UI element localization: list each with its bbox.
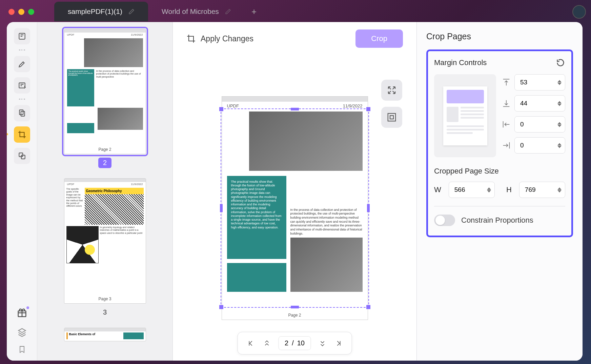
margin-left-icon — [502, 120, 511, 129]
expand-button[interactable] — [381, 80, 402, 101]
window-controls — [8, 9, 34, 15]
reset-icon[interactable] — [556, 58, 565, 67]
page-input[interactable]: 2 / 10 — [278, 336, 311, 350]
last-page-button[interactable] — [334, 339, 344, 348]
edit-tool[interactable] — [14, 77, 30, 94]
pages-tool[interactable] — [14, 105, 30, 121]
canvas-area: Apply Changes Crop UPDF 11/9/2022 The pr… — [173, 22, 416, 361]
crop-icon — [186, 34, 196, 43]
layers-icon[interactable] — [17, 327, 27, 337]
highlighter-tool[interactable] — [14, 56, 30, 72]
margin-top-input[interactable] — [514, 74, 565, 90]
fit-button[interactable] — [381, 107, 402, 128]
bookmark-icon[interactable] — [18, 344, 26, 355]
pencil-icon[interactable] — [128, 8, 135, 15]
svg-rect-4 — [19, 153, 23, 157]
user-avatar[interactable] — [572, 5, 586, 19]
svg-rect-2 — [19, 110, 23, 115]
first-page-button[interactable] — [246, 339, 255, 348]
svg-rect-1 — [19, 83, 25, 88]
width-input[interactable] — [449, 182, 495, 198]
margin-right-input[interactable] — [514, 137, 565, 154]
thumbnail-page-2[interactable]: UPDF11/9/2022 The practical results show… — [64, 29, 146, 154]
gift-tool[interactable] — [16, 307, 28, 320]
main-window: UPDF11/9/2022 The practical results show… — [7, 22, 583, 361]
thumbnail-page-3[interactable]: UPDF11/9/2022 The specific goals of the … — [64, 178, 146, 304]
crop-frame[interactable] — [221, 108, 369, 308]
prev-page-button[interactable] — [262, 339, 271, 348]
constrain-label: Constrain Proportions — [461, 216, 533, 225]
tool-sidebar — [7, 22, 37, 361]
width-label: W — [434, 185, 441, 194]
window-close[interactable] — [8, 9, 15, 15]
tab-add[interactable]: + — [251, 6, 257, 17]
margin-top-icon — [502, 78, 511, 87]
page-header-text: UPDF — [227, 103, 239, 108]
page-date-text: 11/9/2022 — [343, 103, 363, 108]
margin-preview — [434, 74, 496, 157]
next-page-button[interactable] — [318, 339, 327, 348]
tab-inactive[interactable]: World of Microbes — [148, 2, 245, 21]
crop-button[interactable]: Crop — [355, 29, 403, 48]
constrain-toggle[interactable] — [434, 215, 455, 226]
thumbnail-page-4[interactable]: Basic Elements of — [64, 328, 146, 341]
tab-label: World of Microbes — [162, 7, 219, 16]
pencil-icon[interactable] — [225, 8, 231, 15]
separator — [19, 49, 25, 51]
thumbnail-number: 2 — [98, 158, 111, 168]
active-indicator — [7, 133, 8, 135]
height-input[interactable] — [519, 182, 565, 198]
margin-right-icon — [502, 141, 511, 150]
svg-rect-5 — [21, 155, 25, 159]
margin-controls-box: Margin Controls — [426, 49, 573, 237]
separator — [19, 99, 25, 100]
panel-title: Crop Pages — [426, 32, 573, 41]
thumbnail-number: 3 — [98, 307, 111, 318]
apply-changes-label: Apply Changes — [201, 34, 253, 43]
margin-left-input[interactable] — [514, 116, 565, 133]
svg-rect-8 — [390, 116, 393, 119]
margin-bottom-icon — [502, 99, 511, 108]
margin-bottom-input[interactable] — [514, 95, 565, 112]
svg-rect-7 — [388, 114, 396, 121]
thumbnail-panel: UPDF11/9/2022 The practical results show… — [37, 22, 173, 361]
reader-tool[interactable] — [14, 28, 30, 44]
margin-controls-title: Margin Controls — [434, 58, 487, 67]
page-navigator: 2 / 10 — [237, 332, 352, 355]
page-footer: Page 2 — [288, 313, 301, 318]
arrange-tool[interactable] — [14, 148, 30, 164]
crop-tool[interactable] — [14, 126, 30, 143]
svg-rect-3 — [21, 112, 24, 116]
height-label: H — [506, 185, 512, 194]
tab-bar: samplePDF(1)(1) World of Microbes + — [54, 2, 257, 21]
crop-panel: Crop Pages Margin Controls — [416, 22, 583, 361]
tab-label: samplePDF(1)(1) — [68, 7, 122, 16]
window-maximize[interactable] — [28, 9, 34, 15]
cropped-size-title: Cropped Page Size — [434, 167, 565, 176]
tab-active[interactable]: samplePDF(1)(1) — [54, 2, 148, 21]
page-preview[interactable]: UPDF 11/9/2022 The practical results sho… — [222, 96, 368, 320]
window-minimize[interactable] — [18, 9, 24, 15]
